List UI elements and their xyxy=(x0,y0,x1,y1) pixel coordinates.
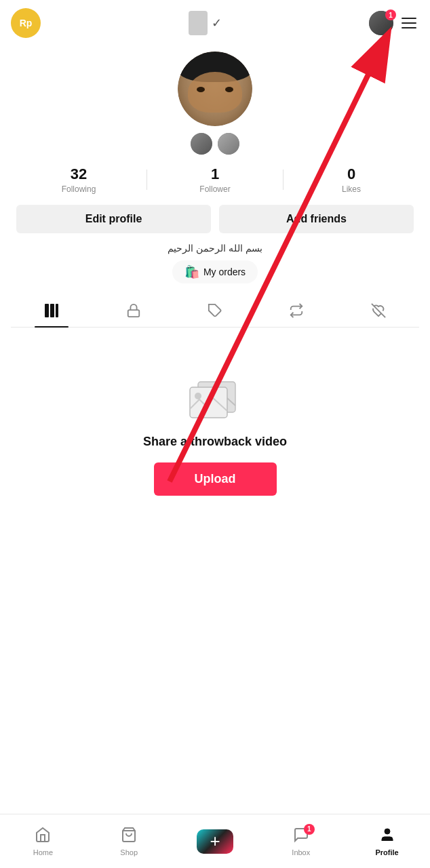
nav-plus[interactable]: + xyxy=(172,824,258,859)
followers-stat[interactable]: 1 Follower xyxy=(147,165,283,194)
menu-line-3 xyxy=(402,27,416,28)
add-friends-button[interactable]: Add friends xyxy=(219,205,414,233)
shop-icon xyxy=(121,827,137,846)
suggested-avatar-1[interactable] xyxy=(191,133,212,155)
bio-text: بسم الله الرحمن الرحيم xyxy=(168,243,262,254)
nav-inbox-label: Inbox xyxy=(292,848,310,856)
menu-line-1 xyxy=(402,18,416,19)
bottom-nav: Home Shop + 1 Inbox xyxy=(0,814,430,868)
profile-tabs xyxy=(11,294,419,328)
followers-label: Follower xyxy=(199,184,230,194)
plus-icon: + xyxy=(210,831,220,852)
suggested-avatar-2[interactable] xyxy=(218,133,239,155)
top-bar: Rp ✓ 1 xyxy=(0,0,430,46)
tab-private[interactable] xyxy=(92,294,174,327)
empty-state-icon xyxy=(184,368,246,422)
likes-count: 0 xyxy=(347,165,355,183)
content-area: Share a throwback video Upload xyxy=(0,328,430,509)
upload-button[interactable]: Upload xyxy=(154,462,277,496)
create-button[interactable]: + xyxy=(197,829,233,854)
tab-grid[interactable] xyxy=(11,294,92,327)
inbox-badge: 1 xyxy=(304,824,315,835)
orders-label: My orders xyxy=(203,267,246,277)
profile-section: 32 Following 1 Follower 0 Likes Edit pro… xyxy=(0,46,430,328)
rp-coin-label: Rp xyxy=(20,18,33,28)
nav-shop[interactable]: Shop xyxy=(86,821,172,862)
checkmark-icon: ✓ xyxy=(212,16,222,31)
svg-point-13 xyxy=(385,829,390,834)
nav-profile-label: Profile xyxy=(375,848,398,856)
nav-home[interactable]: Home xyxy=(0,821,86,862)
svg-rect-5 xyxy=(128,310,139,317)
tab-repost[interactable] xyxy=(256,294,337,327)
profile-nav-icon xyxy=(379,827,395,846)
empty-state-title: Share a throwback video xyxy=(143,435,287,449)
rp-coin-button[interactable]: Rp xyxy=(11,8,41,38)
likes-stat[interactable]: 0 Likes xyxy=(284,165,419,194)
top-right: 1 xyxy=(369,11,419,35)
my-orders-button[interactable]: 🛍️ My orders xyxy=(172,260,258,283)
nav-profile[interactable]: Profile xyxy=(344,821,430,862)
svg-rect-3 xyxy=(50,304,54,317)
edit-profile-button[interactable]: Edit profile xyxy=(16,205,211,233)
top-center: ✓ xyxy=(189,11,222,35)
profile-avatar[interactable] xyxy=(178,52,252,126)
notification-button[interactable]: 1 xyxy=(369,11,393,35)
tab-tagged[interactable] xyxy=(174,294,256,327)
nav-home-label: Home xyxy=(33,848,53,856)
home-icon xyxy=(35,827,51,846)
action-buttons: Edit profile Add friends xyxy=(11,205,419,233)
menu-line-2 xyxy=(402,22,416,24)
nav-shop-label: Shop xyxy=(120,848,138,856)
live-icon xyxy=(189,11,208,35)
nav-inbox[interactable]: 1 Inbox xyxy=(258,821,344,862)
stats-row: 32 Following 1 Follower 0 Likes xyxy=(11,165,419,194)
tab-liked[interactable] xyxy=(338,294,419,327)
menu-button[interactable] xyxy=(399,15,419,31)
following-count: 32 xyxy=(71,165,87,183)
orders-icon: 🛍️ xyxy=(184,264,199,279)
following-stat[interactable]: 32 Following xyxy=(11,165,146,194)
likes-label: Likes xyxy=(342,184,361,194)
suggested-avatars xyxy=(191,133,239,155)
inbox-wrapper: 1 xyxy=(293,827,309,846)
svg-point-11 xyxy=(195,393,201,399)
following-label: Following xyxy=(62,184,96,194)
svg-rect-2 xyxy=(45,304,49,317)
followers-count: 1 xyxy=(211,165,219,183)
notif-badge: 1 xyxy=(385,9,396,20)
svg-rect-4 xyxy=(56,304,58,317)
